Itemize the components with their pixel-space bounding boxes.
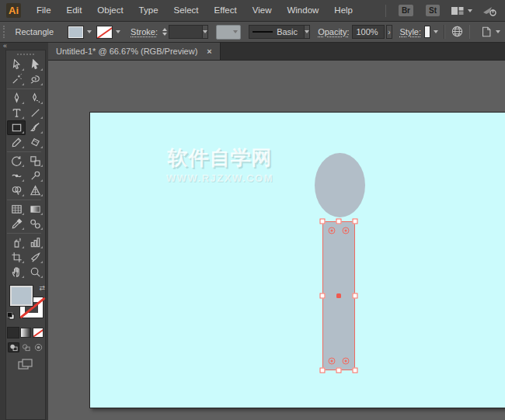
lasso-tool[interactable] xyxy=(26,72,44,87)
anchor-point[interactable] xyxy=(336,219,342,224)
gradient-tool[interactable] xyxy=(26,202,44,217)
shape-builder-tool[interactable] xyxy=(7,183,26,198)
bridge-button[interactable]: Br xyxy=(399,5,413,16)
corner-widget[interactable] xyxy=(329,358,336,365)
symbol-sprayer-tool[interactable] xyxy=(7,235,26,250)
stroke-weight-chevron-icon[interactable] xyxy=(203,25,208,39)
opacity-popout-chevron[interactable]: › xyxy=(386,25,392,39)
zoom-tool[interactable] xyxy=(26,265,44,279)
profile-chevron-icon[interactable] xyxy=(305,25,310,39)
stroke-color-control[interactable] xyxy=(96,26,120,39)
brush-definition-select xyxy=(216,25,241,40)
perspective-grid-tool[interactable] xyxy=(26,183,44,198)
stroke-chevron-icon[interactable] xyxy=(116,30,120,33)
draw-normal-button[interactable] xyxy=(8,342,19,352)
menu-edit[interactable]: Edit xyxy=(59,0,90,21)
fill-proxy-swatch[interactable] xyxy=(10,286,33,306)
tools-panel-grip[interactable] xyxy=(17,54,34,55)
menu-view[interactable]: View xyxy=(245,0,280,21)
anchor-point[interactable] xyxy=(320,293,326,299)
style-chevron-icon[interactable] xyxy=(434,30,438,33)
rotate-tool[interactable] xyxy=(7,154,26,168)
eraser-tool[interactable] xyxy=(26,135,44,150)
pen-tool[interactable] xyxy=(7,91,26,106)
menu-window[interactable]: Window xyxy=(279,0,326,21)
document-settings-icon[interactable] xyxy=(480,26,500,38)
variable-width-profile-select[interactable]: Basic xyxy=(249,25,305,39)
menu-effect[interactable]: Effect xyxy=(207,0,245,21)
tools-panel: ⇄ xyxy=(5,50,46,420)
anchor-point[interactable] xyxy=(336,368,342,373)
dock-collapse-button[interactable]: « xyxy=(0,43,48,50)
stroke-weight-select[interactable] xyxy=(169,25,203,39)
magic-wand-tool[interactable] xyxy=(7,72,26,87)
type-tool[interactable] xyxy=(7,106,26,120)
fill-color-swatch[interactable] xyxy=(68,26,84,39)
tab-close-icon[interactable]: × xyxy=(207,47,211,56)
curvature-tool[interactable] xyxy=(26,91,44,106)
line-segment-tool[interactable] xyxy=(26,106,44,120)
menu-help[interactable]: Help xyxy=(326,0,360,21)
gpu-performance-icon[interactable] xyxy=(482,5,497,17)
anchor-point[interactable] xyxy=(353,293,358,299)
menu-object[interactable]: Object xyxy=(89,0,131,21)
options-divider-2 xyxy=(469,25,470,39)
pencil-tool[interactable] xyxy=(7,135,26,150)
none-button[interactable] xyxy=(33,328,44,338)
fill-color-control[interactable] xyxy=(68,26,92,39)
width-tool[interactable] xyxy=(7,168,26,183)
tool-separator xyxy=(7,233,41,234)
stock-button[interactable]: St xyxy=(426,5,440,16)
scale-tool[interactable] xyxy=(26,154,44,168)
hand-tool[interactable] xyxy=(7,265,26,279)
artboard-tool[interactable] xyxy=(7,250,26,265)
menu-bar: Ai FileEditObjectTypeSelectEffectViewWin… xyxy=(0,0,505,22)
default-fill-stroke-icon[interactable] xyxy=(7,309,15,323)
rectangle-tool[interactable] xyxy=(7,120,26,135)
style-label[interactable]: Style: xyxy=(400,27,422,36)
slice-tool[interactable] xyxy=(26,250,44,265)
anchor-point[interactable] xyxy=(353,219,358,224)
tool-dock: « ⇄ xyxy=(0,43,48,420)
corner-widget[interactable] xyxy=(329,227,336,234)
mesh-tool[interactable] xyxy=(7,202,26,217)
document-tab[interactable]: Untitled-1* @ 66.67% (RGB/Preview) × xyxy=(48,43,221,60)
control-bar-grip[interactable] xyxy=(3,26,6,38)
eyedropper-tool[interactable] xyxy=(7,217,26,231)
canvas[interactable]: 软件自学网 WWW.RJZXW.COM xyxy=(48,61,505,420)
paintbrush-tool[interactable] xyxy=(26,120,44,135)
free-transform-tool[interactable] xyxy=(26,168,44,183)
anchor-point[interactable] xyxy=(353,368,358,373)
anchor-point[interactable] xyxy=(320,219,326,224)
corner-widget[interactable] xyxy=(343,358,350,365)
tool-separator xyxy=(7,89,41,89)
blend-tool[interactable] xyxy=(26,217,44,231)
spoon-bowl-ellipse[interactable] xyxy=(315,153,365,217)
anchor-point[interactable] xyxy=(320,368,326,373)
document-setup-globe-icon[interactable] xyxy=(451,25,464,40)
menu-file[interactable]: File xyxy=(29,0,59,21)
workspace-switcher-icon[interactable] xyxy=(451,5,472,16)
stroke-none-swatch[interactable] xyxy=(96,26,113,39)
column-graph-tool[interactable] xyxy=(26,235,44,250)
opacity-value[interactable]: 100% xyxy=(352,25,385,39)
color-button[interactable] xyxy=(8,328,19,338)
artboard[interactable] xyxy=(89,112,505,408)
menu-type[interactable]: Type xyxy=(131,0,166,21)
draw-behind-button[interactable] xyxy=(20,342,32,352)
center-point[interactable] xyxy=(336,293,341,298)
stroke-weight-label[interactable]: Stroke: xyxy=(131,27,158,36)
stroke-weight-stepper[interactable] xyxy=(162,27,167,36)
corner-widget[interactable] xyxy=(343,227,350,234)
menu-select[interactable]: Select xyxy=(166,0,207,21)
direct-selection-tool[interactable] xyxy=(26,57,44,72)
style-swatch[interactable] xyxy=(424,26,430,38)
tool-separator xyxy=(7,151,41,152)
screen-mode-button[interactable] xyxy=(18,359,33,373)
selection-tool[interactable] xyxy=(7,57,26,72)
swap-fill-stroke-icon[interactable]: ⇄ xyxy=(39,284,45,292)
fill-chevron-icon[interactable] xyxy=(87,30,92,33)
draw-inside-button[interactable] xyxy=(33,342,44,352)
opacity-label[interactable]: Opacity: xyxy=(318,27,349,36)
gradient-button[interactable] xyxy=(20,328,31,338)
